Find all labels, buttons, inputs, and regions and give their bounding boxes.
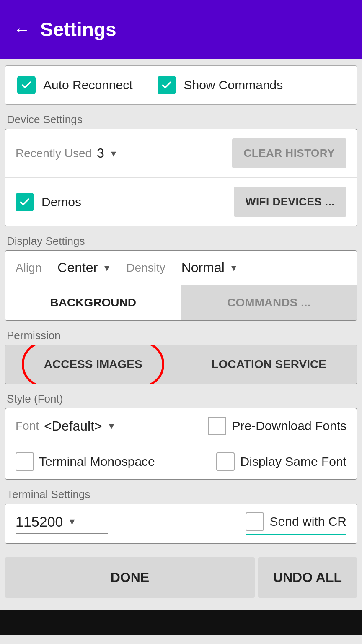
display-settings-card: Align Center ▾ Density Normal ▾ BACKGROU… bbox=[5, 250, 357, 321]
align-dropdown[interactable]: Align Center ▾ bbox=[16, 260, 109, 275]
density-label: Density bbox=[126, 261, 165, 275]
pre-download-fonts-label: Pre-Download Fonts bbox=[232, 419, 346, 433]
align-label: Align bbox=[16, 261, 41, 275]
align-arrow-icon: ▾ bbox=[104, 262, 109, 274]
display-same-font-item[interactable]: Display Same Font bbox=[216, 452, 346, 471]
style-font-card: Font <Default> ▾ Pre-Download Fonts Term… bbox=[5, 408, 357, 480]
pre-download-fonts-item[interactable]: Pre-Download Fonts bbox=[208, 417, 346, 435]
density-value: Normal bbox=[181, 260, 225, 275]
footer-bar bbox=[0, 610, 362, 635]
terminal-row: 115200 ▾ Send with CR bbox=[5, 504, 357, 543]
recently-used-row: Recently Used 3 ▾ CLEAR HISTORY bbox=[5, 129, 357, 177]
auto-reconnect-item[interactable]: Auto Reconnect bbox=[17, 76, 132, 94]
access-images-label: ACCESS IMAGES bbox=[44, 358, 142, 371]
pre-download-fonts-checkbox[interactable] bbox=[208, 417, 226, 435]
wifi-devices-button[interactable]: WIFI DEVICES ... bbox=[234, 187, 346, 217]
send-with-cr-checkbox[interactable] bbox=[246, 512, 264, 531]
terminal-settings-section-label: Terminal Settings bbox=[5, 488, 357, 501]
display-same-font-checkbox[interactable] bbox=[216, 452, 235, 471]
done-button[interactable]: DONE bbox=[5, 557, 255, 598]
demos-checkbox[interactable] bbox=[16, 193, 34, 211]
demos-item[interactable]: Demos bbox=[16, 193, 81, 211]
top-bar: Auto Reconnect Show Commands bbox=[5, 65, 357, 105]
display-same-font-label: Display Same Font bbox=[240, 454, 346, 469]
page-title: Settings bbox=[40, 18, 116, 41]
send-with-cr-label: Send with CR bbox=[270, 514, 346, 529]
density-group: Density Normal ▾ bbox=[126, 260, 236, 275]
recently-used-value: 3 bbox=[97, 145, 104, 161]
back-button[interactable]: ← bbox=[13, 21, 30, 38]
recently-used-label: Recently Used bbox=[16, 147, 92, 160]
auto-reconnect-checkbox[interactable] bbox=[17, 76, 36, 94]
font-label: Font bbox=[16, 419, 39, 433]
recently-used-dropdown[interactable]: Recently Used 3 ▾ bbox=[16, 145, 116, 161]
device-settings-card: Recently Used 3 ▾ CLEAR HISTORY Demos WI… bbox=[5, 129, 357, 226]
background-button[interactable]: BACKGROUND bbox=[5, 285, 181, 320]
permission-section-label: Permission bbox=[5, 329, 357, 342]
display-settings-section-label: Display Settings bbox=[5, 235, 357, 248]
font-row-1: Font <Default> ▾ Pre-Download Fonts bbox=[5, 408, 357, 444]
settings-content: Auto Reconnect Show Commands Device Sett… bbox=[0, 59, 362, 610]
demos-label: Demos bbox=[41, 195, 81, 209]
background-commands-row: BACKGROUND COMMANDS ... bbox=[5, 285, 357, 320]
baud-arrow-icon: ▾ bbox=[70, 516, 75, 527]
style-font-section-label: Style (Font) bbox=[5, 392, 357, 405]
checkmark-icon-2 bbox=[161, 79, 173, 91]
send-with-cr-item[interactable]: Send with CR bbox=[246, 512, 346, 535]
terminal-monospace-item[interactable]: Terminal Monospace bbox=[16, 452, 155, 471]
clear-history-button[interactable]: CLEAR HISTORY bbox=[232, 138, 346, 168]
show-commands-label: Show Commands bbox=[184, 78, 283, 92]
commands-button[interactable]: COMMANDS ... bbox=[181, 285, 357, 320]
undo-all-button[interactable]: UNDO ALL bbox=[258, 557, 357, 598]
demos-row: Demos WIFI DEVICES ... bbox=[5, 177, 357, 226]
device-settings-section-label: Device Settings bbox=[5, 113, 357, 126]
terminal-settings-card: 115200 ▾ Send with CR bbox=[5, 504, 357, 544]
show-commands-checkbox[interactable] bbox=[158, 76, 176, 94]
density-arrow-icon: ▾ bbox=[231, 262, 236, 274]
checkmark-icon-3 bbox=[19, 196, 31, 208]
terminal-monospace-label: Terminal Monospace bbox=[39, 454, 155, 469]
font-arrow-icon: ▾ bbox=[109, 420, 114, 432]
checkmark-icon bbox=[21, 79, 32, 91]
font-row-2: Terminal Monospace Display Same Font bbox=[5, 444, 357, 479]
terminal-monospace-checkbox[interactable] bbox=[16, 452, 34, 471]
font-value: <Default> bbox=[44, 418, 102, 434]
show-commands-item[interactable]: Show Commands bbox=[158, 76, 283, 94]
location-service-button[interactable]: LOCATION SERVICE bbox=[181, 345, 357, 384]
density-dropdown[interactable]: Density Normal ▾ bbox=[126, 260, 236, 275]
permission-row: ACCESS IMAGES LOCATION SERVICE bbox=[5, 345, 357, 384]
baud-rate-value: 115200 bbox=[16, 514, 63, 530]
align-value: Center bbox=[57, 260, 98, 275]
align-density-row: Align Center ▾ Density Normal ▾ bbox=[5, 251, 357, 285]
font-dropdown-group[interactable]: Font <Default> ▾ bbox=[16, 418, 114, 434]
baud-rate-dropdown[interactable]: 115200 ▾ bbox=[16, 514, 108, 534]
bottom-bar: DONE UNDO ALL bbox=[5, 554, 357, 603]
header: ← Settings bbox=[0, 0, 362, 59]
auto-reconnect-label: Auto Reconnect bbox=[43, 78, 132, 92]
permission-card: ACCESS IMAGES LOCATION SERVICE bbox=[5, 345, 357, 384]
recently-used-arrow-icon: ▾ bbox=[111, 148, 116, 159]
access-images-button[interactable]: ACCESS IMAGES bbox=[5, 345, 181, 384]
